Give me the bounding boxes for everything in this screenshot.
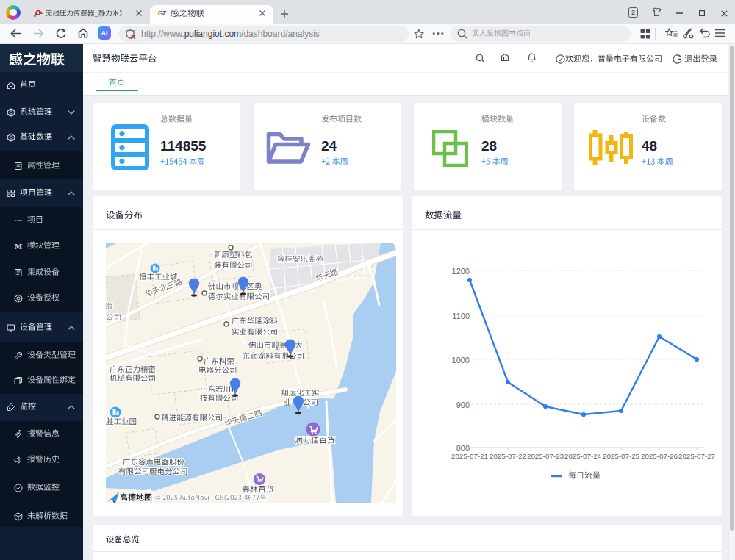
svg-text:M: M <box>15 242 23 251</box>
